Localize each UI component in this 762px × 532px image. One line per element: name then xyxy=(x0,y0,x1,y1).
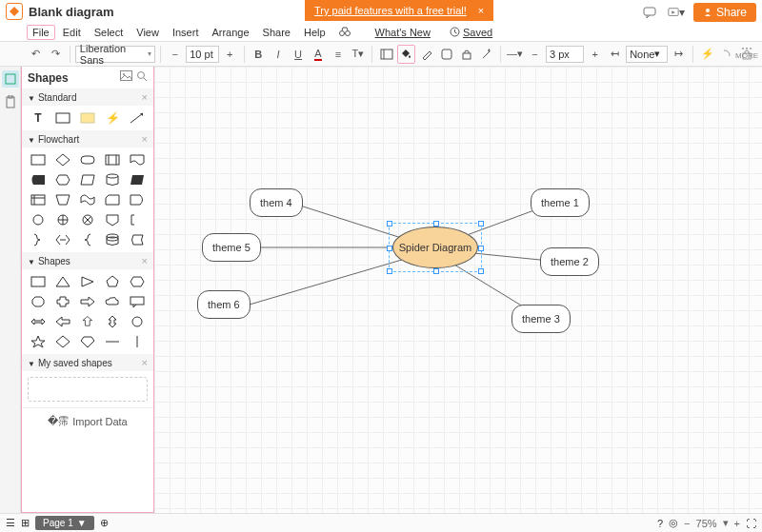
fc-brace-r[interactable] xyxy=(28,231,49,248)
sh-circle[interactable] xyxy=(127,313,148,330)
text-color-button[interactable]: A xyxy=(310,45,328,64)
section-saved-shapes[interactable]: ▼My saved shapes × xyxy=(22,354,153,371)
sh-arrow-r[interactable] xyxy=(77,293,98,310)
fc-card[interactable] xyxy=(102,191,123,208)
sh-star[interactable] xyxy=(28,333,49,350)
bold-button[interactable]: B xyxy=(250,45,268,64)
fc-intstor[interactable] xyxy=(28,191,49,208)
flash-icon[interactable]: ⚡ xyxy=(698,45,716,64)
fc-hex[interactable] xyxy=(52,171,73,188)
menu-help[interactable]: Help xyxy=(298,25,331,40)
node-theme2[interactable]: theme 2 xyxy=(540,247,599,276)
close-icon[interactable]: × xyxy=(142,255,148,266)
fullscreen-icon[interactable]: ⛶ xyxy=(746,518,756,529)
document-title[interactable]: Blank diagram xyxy=(29,5,114,19)
underline-button[interactable]: U xyxy=(290,45,308,64)
sh-cross[interactable] xyxy=(52,293,73,310)
app-logo[interactable] xyxy=(6,3,23,20)
sh-diamond[interactable] xyxy=(52,333,73,350)
italic-button[interactable]: I xyxy=(270,45,288,64)
fc-offpage[interactable] xyxy=(102,211,123,228)
note-shape[interactable] xyxy=(77,109,98,127)
section-flowchart[interactable]: ▼Flowchart × xyxy=(22,130,153,148)
fc-connector[interactable] xyxy=(28,211,49,228)
arrow-start-button[interactable]: ↤ xyxy=(606,45,624,64)
sh-cloud[interactable] xyxy=(102,293,123,310)
fc-sum[interactable] xyxy=(77,211,98,228)
node-them4[interactable]: them 4 xyxy=(250,188,303,217)
zoom-level[interactable]: 75% xyxy=(696,518,717,529)
list-view-icon[interactable]: ☰ xyxy=(6,517,15,529)
page-tab[interactable]: Page 1 ▼ xyxy=(35,516,94,530)
fill-color-button[interactable] xyxy=(397,45,415,64)
fc-dstor[interactable] xyxy=(127,231,148,248)
promo-link[interactable]: Try paid features with a free trial! xyxy=(314,5,467,16)
connector-icon[interactable] xyxy=(718,45,736,64)
arrow-end-button[interactable]: ↦ xyxy=(670,45,688,64)
lock-icon[interactable] xyxy=(457,45,475,64)
sh-oct[interactable] xyxy=(28,293,49,310)
shapes-tab-icon[interactable] xyxy=(2,70,19,88)
redo-button[interactable]: ↷ xyxy=(47,45,65,64)
close-icon[interactable]: × xyxy=(142,357,148,368)
fc-decision[interactable] xyxy=(52,151,73,168)
sh-pent[interactable] xyxy=(102,273,123,290)
present-icon[interactable]: ▾ xyxy=(667,4,686,21)
arrow-shape[interactable] xyxy=(127,109,148,127)
sh-arrow-l[interactable] xyxy=(52,313,73,330)
menu-view[interactable]: View xyxy=(130,25,165,40)
sh-tri-r[interactable] xyxy=(77,273,98,290)
menu-share[interactable]: Share xyxy=(257,25,296,40)
help-icon[interactable]: ? xyxy=(657,518,663,529)
line-style-button[interactable]: —▾ xyxy=(506,45,524,64)
node-them6[interactable]: them 6 xyxy=(197,290,251,319)
fc-display[interactable] xyxy=(28,171,49,188)
sh-hline[interactable] xyxy=(102,333,123,350)
sh-tri[interactable] xyxy=(52,273,73,290)
sh-callout[interactable] xyxy=(127,293,148,310)
close-icon[interactable]: × xyxy=(142,91,148,103)
canvas[interactable]: Spider Diagram them 4 theme 5 them 6 the… xyxy=(154,67,762,513)
menu-select[interactable]: Select xyxy=(89,25,130,40)
sh-hex[interactable] xyxy=(127,273,148,290)
node-theme5[interactable]: theme 5 xyxy=(202,233,261,262)
target-icon[interactable]: ◎ xyxy=(669,517,678,529)
more-button[interactable]: ⋯MORE xyxy=(735,46,758,60)
node-theme1[interactable]: theme 1 xyxy=(531,188,590,217)
close-icon[interactable]: × xyxy=(142,133,148,145)
zoom-in-button[interactable]: + xyxy=(734,518,740,529)
fc-manual[interactable] xyxy=(52,191,73,208)
sh-vline[interactable] xyxy=(127,333,148,350)
line-end-select[interactable]: None▾ xyxy=(626,46,668,63)
fc-brace-l[interactable] xyxy=(77,231,98,248)
binoculars-icon[interactable] xyxy=(333,24,356,41)
search-icon[interactable] xyxy=(136,70,148,85)
sh-arrow-lr[interactable] xyxy=(28,313,49,330)
clipboard-tab-icon[interactable] xyxy=(2,93,19,110)
undo-button[interactable]: ↶ xyxy=(27,45,45,64)
section-standard[interactable]: ▼Standard × xyxy=(22,89,153,106)
comment-icon[interactable] xyxy=(640,4,659,21)
fc-process[interactable] xyxy=(28,151,49,168)
fc-predef[interactable] xyxy=(102,151,123,168)
width-plus[interactable]: + xyxy=(586,45,604,64)
fc-merge[interactable] xyxy=(52,231,73,248)
sh-arrow-ud[interactable] xyxy=(102,313,123,330)
grid-view-icon[interactable]: ⊞ xyxy=(21,517,30,529)
fc-note[interactable] xyxy=(127,211,148,228)
text-style-button[interactable]: T▾ xyxy=(349,45,367,64)
align-button[interactable]: ≡ xyxy=(329,45,347,64)
menu-whats-new[interactable]: What's New xyxy=(370,25,436,40)
import-data-button[interactable]: �霈 Import Data xyxy=(22,407,153,434)
image-icon[interactable] xyxy=(120,70,132,85)
shape-style-button[interactable] xyxy=(377,45,395,64)
fc-delay[interactable] xyxy=(127,191,148,208)
flash-shape[interactable]: ⚡ xyxy=(102,109,123,127)
add-page-button[interactable]: ⊕ xyxy=(100,517,109,529)
section-shapes[interactable]: ▼Shapes × xyxy=(22,252,153,269)
close-icon[interactable]: × xyxy=(478,5,484,16)
width-minus[interactable]: − xyxy=(526,45,544,64)
fc-para[interactable] xyxy=(77,171,98,188)
menu-arrange[interactable]: Arrange xyxy=(206,25,254,40)
node-theme3[interactable]: theme 3 xyxy=(511,305,571,333)
